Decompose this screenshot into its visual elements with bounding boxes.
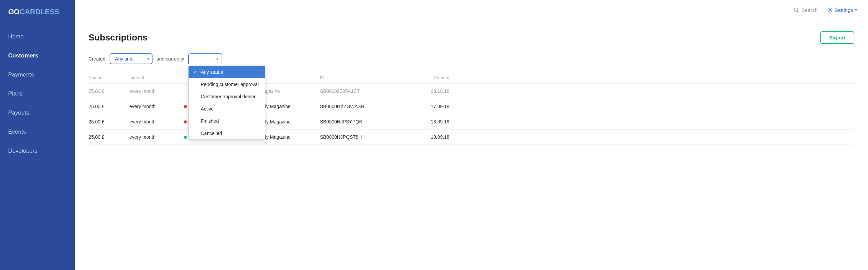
filter-row: Created Any time Today Last 7 days Last … (89, 53, 854, 64)
sidebar-item-events[interactable]: Events (0, 122, 75, 141)
main-content: Search Settings ▾ Subscriptions Export C… (75, 0, 868, 270)
th-id: ID (320, 75, 395, 80)
time-select-wrapper: Any time Today Last 7 days Last 30 days … (110, 53, 152, 64)
td-created-2: 13.09.18 (395, 119, 449, 124)
topbar: Search Settings ▾ (75, 0, 868, 20)
td-created-1: 17.09.18 (395, 104, 449, 109)
td-id-0: SB0000JE95A1ST (320, 88, 395, 94)
page-title: Subscriptions (89, 32, 147, 43)
svg-line-1 (798, 11, 799, 13)
search-icon (794, 7, 799, 13)
search-label: Search (801, 7, 818, 13)
sidebar-item-developers[interactable]: Developers (0, 141, 75, 161)
and-currently-label: and currently (157, 56, 184, 62)
sidebar-item-home[interactable]: Home (0, 27, 75, 46)
td-created-0: 08.10.18 (395, 88, 449, 94)
td-created-3: 13.09.18 (395, 134, 449, 140)
td-interval-0: every month (129, 88, 184, 94)
td-amount-3: 25.00 £ (89, 134, 129, 140)
td-amount-2: 25.00 £ (89, 119, 129, 124)
status-option-finished[interactable]: Finished (189, 115, 265, 127)
td-amount-0: 25.00 £ (89, 88, 129, 94)
status-select-trigger[interactable]: ▾ (188, 53, 222, 64)
export-button[interactable]: Export (820, 31, 854, 44)
svg-point-2 (829, 9, 831, 11)
th-created: Created (395, 75, 449, 80)
settings-label: Settings (835, 7, 853, 13)
sidebar-item-payments[interactable]: Payments (0, 65, 75, 84)
sidebar: GOCARDLESS Home Customers Payments Plans… (0, 0, 75, 270)
sidebar-item-customers[interactable]: Customers (0, 46, 75, 65)
logo-go: GO (8, 7, 19, 16)
td-id-2: SB0000HJPSYPQK (320, 119, 395, 124)
status-dot-cancelled (184, 105, 187, 108)
search-button[interactable]: Search (794, 7, 818, 13)
settings-button[interactable]: Settings ▾ (827, 7, 857, 13)
status-option-cancelled[interactable]: Cancelled (189, 127, 265, 139)
th-interval: Interval (129, 75, 184, 80)
status-selected-value (194, 56, 195, 62)
td-amount-1: 25.00 £ (89, 104, 129, 109)
status-dropdown-container: ▾ Any status Pending customer approval C… (188, 53, 222, 64)
td-id-3: SB0000HJPQST8H (320, 134, 395, 140)
content-area: Subscriptions Export Created Any time To… (75, 20, 868, 270)
sidebar-item-plans[interactable]: Plans (0, 84, 75, 103)
logo: GOCARDLESS (0, 0, 75, 24)
td-interval-3: every month (129, 134, 184, 140)
th-amount: Amount (89, 75, 129, 80)
td-interval-1: every month (129, 104, 184, 109)
status-chevron-icon: ▾ (216, 57, 218, 61)
status-dot-cancelled (184, 120, 187, 123)
status-option-pending[interactable]: Pending customer approval (189, 78, 265, 90)
sidebar-nav: Home Customers Payments Plans Payouts Ev… (0, 24, 75, 161)
status-option-denied[interactable]: Customer approval denied (189, 90, 265, 103)
logo-cardless: CARDLESS (19, 7, 59, 16)
td-id-1: SB0000HXZGWASN (320, 104, 395, 109)
status-dot-active (184, 136, 187, 139)
status-dropdown-menu: Any status Pending customer approval Cus… (188, 66, 265, 140)
status-option-any[interactable]: Any status (189, 66, 265, 78)
page-header: Subscriptions Export (89, 31, 854, 44)
sidebar-item-payouts[interactable]: Payouts (0, 103, 75, 122)
gear-icon (827, 7, 833, 13)
time-select[interactable]: Any time Today Last 7 days Last 30 days … (110, 53, 152, 64)
created-label: Created (89, 56, 106, 62)
settings-chevron-icon: ▾ (855, 8, 857, 12)
status-option-active[interactable]: Active (189, 103, 265, 115)
td-interval-2: every month (129, 119, 184, 124)
